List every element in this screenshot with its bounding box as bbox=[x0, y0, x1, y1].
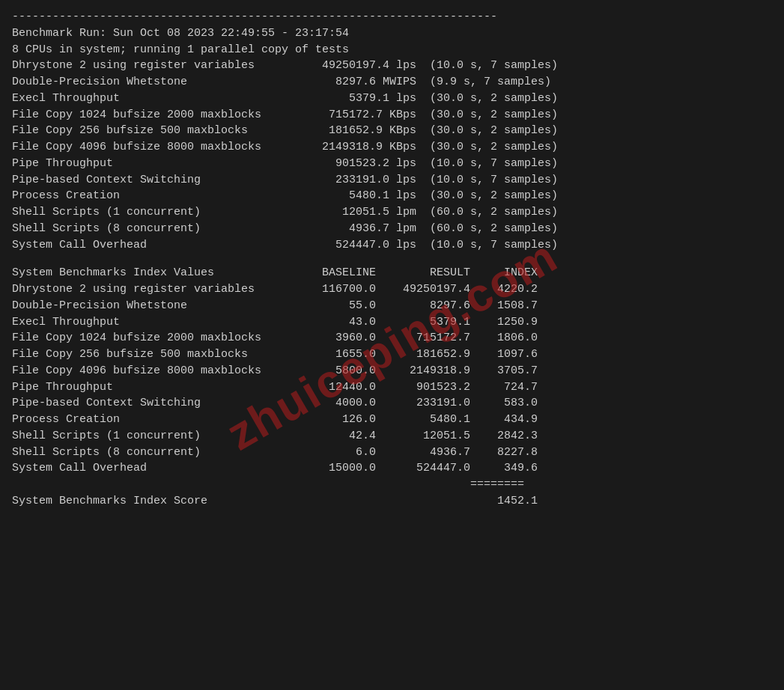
benchmark-row: Pipe-based Context Switching 233191.0 lp… bbox=[12, 172, 772, 189]
benchmark-row: System Call Overhead 524447.0 lps (10.0 … bbox=[12, 237, 772, 254]
benchmark-row: Double-Precision Whetstone 8297.6 MWIPS … bbox=[12, 74, 772, 91]
benchmark-row: Execl Throughput 5379.1 lps (30.0 s, 2 s… bbox=[12, 91, 772, 107]
benchmark-row: Pipe Throughput 901523.2 lps (10.0 s, 7 … bbox=[12, 156, 772, 172]
index-data-row: File Copy 4096 bufsize 8000 maxblocks 58… bbox=[12, 363, 772, 379]
index-header: System Benchmarks Index Values BASELINE … bbox=[12, 265, 772, 281]
index-data-row: Execl Throughput 43.0 5379.1 1250.9 bbox=[12, 314, 772, 331]
benchmark-row: Shell Scripts (1 concurrent) 12051.5 lpm… bbox=[12, 204, 772, 221]
index-data-row: Process Creation 126.0 5480.1 434.9 bbox=[12, 412, 772, 428]
equals-divider: ======== bbox=[12, 477, 772, 493]
index-data-row: Shell Scripts (8 concurrent) 6.0 4936.7 … bbox=[12, 445, 772, 461]
index-data-row: Shell Scripts (1 concurrent) 42.4 12051.… bbox=[12, 428, 772, 445]
separator-top: ----------------------------------------… bbox=[12, 10, 497, 23]
index-data-row: File Copy 1024 bufsize 2000 maxblocks 39… bbox=[12, 330, 772, 346]
header-line1: Benchmark Run: Sun Oct 08 2023 22:49:55 … bbox=[12, 27, 349, 40]
benchmark-output: ----------------------------------------… bbox=[12, 9, 772, 58]
header-line2: 8 CPUs in system; running 1 parallel cop… bbox=[12, 43, 349, 56]
benchmark-row: Dhrystone 2 using register variables 492… bbox=[12, 58, 772, 74]
index-data-row: Double-Precision Whetstone 55.0 8297.6 1… bbox=[12, 298, 772, 314]
index-data-row: Pipe Throughput 12440.0 901523.2 724.7 bbox=[12, 379, 772, 396]
index-data-row: System Call Overhead 15000.0 524447.0 34… bbox=[12, 460, 772, 477]
benchmark-row: Shell Scripts (8 concurrent) 4936.7 lpm … bbox=[12, 221, 772, 237]
benchmark-row: File Copy 256 bufsize 500 maxblocks 1816… bbox=[12, 123, 772, 139]
index-data-row: File Copy 256 bufsize 500 maxblocks 1655… bbox=[12, 346, 772, 363]
score-line: System Benchmarks Index Score 1452.1 bbox=[12, 493, 772, 510]
index-data-row: Pipe-based Context Switching 4000.0 2331… bbox=[12, 395, 772, 412]
benchmark-row: Process Creation 5480.1 lps (30.0 s, 2 s… bbox=[12, 188, 772, 204]
benchmark-row: File Copy 1024 bufsize 2000 maxblocks 71… bbox=[12, 107, 772, 123]
index-rows: Dhrystone 2 using register variables 116… bbox=[12, 281, 772, 477]
index-header-labels: System Benchmarks Index Values BASELINE … bbox=[12, 265, 772, 281]
score-row: System Benchmarks Index Score 1452.1 bbox=[12, 493, 772, 510]
index-section: System Benchmarks Index Values BASELINE … bbox=[12, 265, 772, 509]
benchmark-results: Dhrystone 2 using register variables 492… bbox=[12, 58, 772, 253]
equals-row: ======== bbox=[12, 477, 772, 493]
benchmark-row: File Copy 4096 bufsize 8000 maxblocks 21… bbox=[12, 139, 772, 156]
index-data-row: Dhrystone 2 using register variables 116… bbox=[12, 281, 772, 298]
